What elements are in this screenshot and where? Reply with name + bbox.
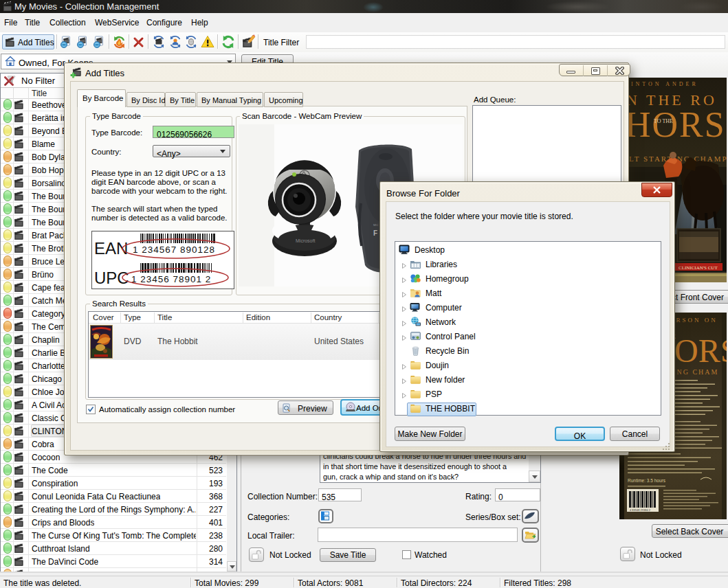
svg-text:Microsoft: Microsoft	[296, 238, 315, 243]
svg-text:EAN: EAN	[94, 239, 128, 258]
svg-text:LINTON ANDER: LINTON ANDER	[625, 81, 698, 87]
svg-text:MIC: MIC	[373, 223, 378, 227]
svg-text:HORS: HORS	[625, 105, 726, 144]
svg-text:CLINICIAN'S CUT: CLINICIAN'S CUT	[679, 265, 718, 271]
svg-text:UPC: UPC	[94, 269, 129, 287]
svg-text:4 83948 29384 2: 4 83948 29384 2	[630, 508, 651, 512]
svg-text:ORS: ORS	[674, 332, 727, 369]
svg-text:TO THE: TO THE	[654, 118, 673, 124]
svg-text:1 23456 78901 2: 1 23456 78901 2	[131, 274, 211, 284]
svg-text:F: F	[373, 229, 377, 237]
svg-text:TING CHAM: TING CHAM	[668, 368, 718, 376]
svg-text:Runtime: 3.5 hours: Runtime: 3.5 hours	[628, 478, 666, 483]
svg-text:1 234567 890128: 1 234567 890128	[133, 245, 215, 255]
